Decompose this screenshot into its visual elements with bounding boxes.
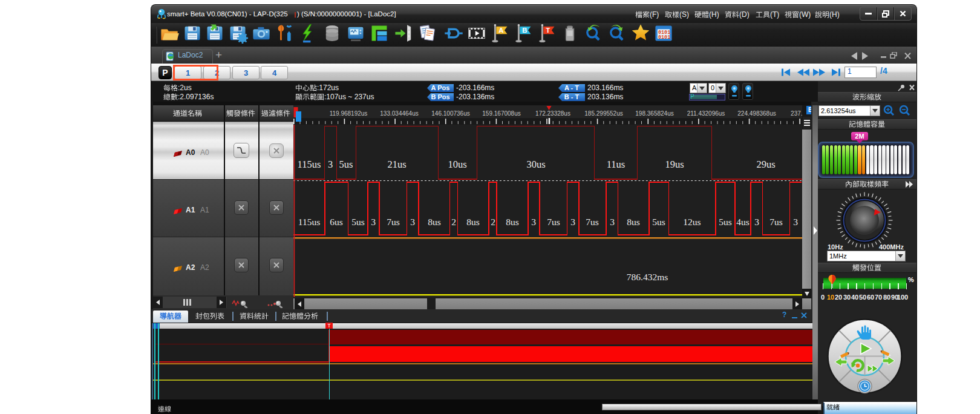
svg-text:172.23328us: 172.23328us <box>535 110 570 117</box>
svg-text:119.968192us: 119.968192us <box>330 110 368 117</box>
svg-text:3: 3 <box>371 217 376 227</box>
svg-text:29us: 29us <box>756 159 775 170</box>
svg-text:8us: 8us <box>506 217 519 227</box>
svg-text:7us: 7us <box>586 217 599 227</box>
svg-text:185.299552us: 185.299552us <box>584 110 622 117</box>
svg-text:115us: 115us <box>298 159 321 170</box>
svg-text:12us: 12us <box>683 217 701 227</box>
svg-text:6us: 6us <box>330 217 343 227</box>
svg-text:224.498368us: 224.498368us <box>737 110 776 117</box>
svg-text:11us: 11us <box>607 159 626 170</box>
svg-text:30us: 30us <box>526 159 545 170</box>
svg-text:0101: 0101 <box>658 34 670 41</box>
svg-text:A: A <box>498 27 503 34</box>
svg-text:3: 3 <box>610 217 615 227</box>
svg-text:7us: 7us <box>547 217 560 227</box>
svg-text:159.167008us: 159.167008us <box>482 110 520 117</box>
svg-text:3: 3 <box>328 159 333 170</box>
svg-text:3: 3 <box>793 217 798 227</box>
svg-text:8us: 8us <box>627 217 640 227</box>
svg-text:211.432096us: 211.432096us <box>687 110 725 117</box>
svg-text:7us: 7us <box>769 217 783 227</box>
svg-text:2: 2 <box>451 217 456 227</box>
svg-text:21us: 21us <box>387 159 406 170</box>
svg-text:5us: 5us <box>719 217 732 227</box>
svg-text:19us: 19us <box>665 159 684 170</box>
svg-text:786.432ms: 786.432ms <box>627 272 668 282</box>
svg-text:3: 3 <box>754 217 759 227</box>
svg-text:5us: 5us <box>339 159 353 170</box>
svg-text:3: 3 <box>570 217 575 227</box>
svg-text:146.100736us: 146.100736us <box>431 110 469 117</box>
svg-text:7us: 7us <box>387 217 400 227</box>
svg-text:198.365824us: 198.365824us <box>635 110 673 117</box>
svg-text:T: T <box>546 27 550 34</box>
svg-text:10us: 10us <box>448 159 466 170</box>
svg-text:2: 2 <box>491 217 495 227</box>
svg-text:8us: 8us <box>466 217 480 227</box>
svg-text:5us: 5us <box>351 217 365 227</box>
svg-text:115us: 115us <box>298 217 320 227</box>
svg-text:5us: 5us <box>652 217 665 227</box>
svg-text:8us: 8us <box>428 217 441 227</box>
svg-text:133.034464us: 133.034464us <box>380 110 418 117</box>
svg-text:3: 3 <box>410 217 415 227</box>
svg-text:4us: 4us <box>736 217 750 227</box>
svg-text:3: 3 <box>531 217 536 227</box>
svg-text:B: B <box>522 27 527 34</box>
svg-text:237.56464us: 237.56464us <box>791 110 802 117</box>
